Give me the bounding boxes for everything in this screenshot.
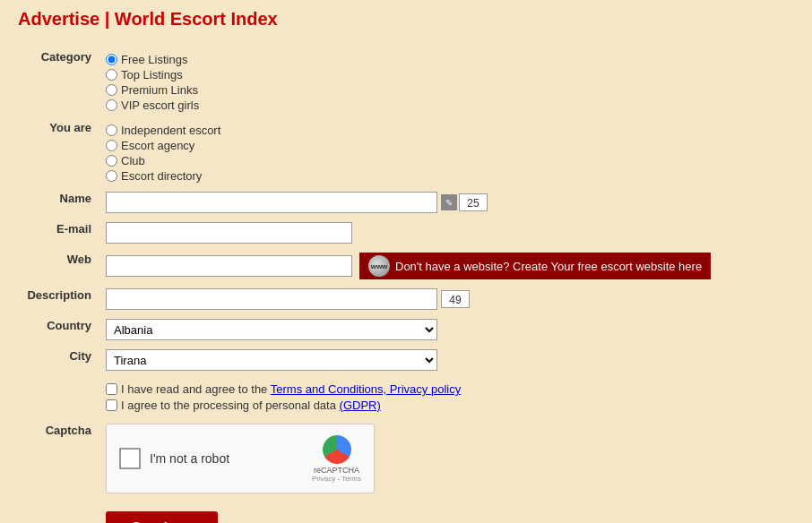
terms-checkbox[interactable]	[106, 383, 117, 395]
country-row: Country Albania Andorra Austria Belgium …	[18, 314, 794, 345]
you-are-independent-label[interactable]: Independent escort	[106, 124, 787, 137]
terms-text: I have read and agree to the	[121, 382, 267, 396]
city-select[interactable]: Tirana Durres Vlore Shkoder Fier Korce	[106, 349, 437, 371]
terms-link-text: Terms and Conditions, Privacy policy	[271, 382, 461, 396]
you-are-agency-label[interactable]: Escort agency	[106, 139, 787, 152]
category-premium-label[interactable]: Premium Links	[106, 83, 787, 97]
page-title: Advertise | World Escort Index	[18, 9, 794, 30]
terms-row: I have read and agree to the Terms and C…	[106, 382, 787, 396]
you-are-label: You are	[18, 116, 99, 187]
no-website-text: Don't have a website? Create Your free e…	[395, 260, 702, 273]
you-are-club-text: Club	[121, 154, 145, 167]
description-label: Description	[18, 284, 99, 314]
captcha-right: reCAPTCHA Privacy - Terms	[312, 435, 361, 483]
web-input[interactable]	[106, 255, 352, 277]
name-row: Name ✎ 25	[18, 187, 794, 218]
captcha-im-not-robot: I'm not a robot	[150, 451, 229, 466]
category-top-label[interactable]: Top Listings	[106, 68, 787, 81]
category-radio-group: Free Listings Top Listings Premium Links…	[106, 50, 787, 112]
city-field: Tirana Durres Vlore Shkoder Fier Korce	[99, 345, 794, 375]
agreements-section: I have read and agree to the Terms and C…	[99, 375, 794, 419]
email-row: E-mail	[18, 218, 794, 248]
name-icon: ✎	[441, 194, 457, 210]
description-input[interactable]	[106, 288, 437, 310]
name-field: ✎ 25	[99, 187, 794, 218]
name-input[interactable]	[106, 192, 437, 213]
category-field: Free Listings Top Listings Premium Links…	[99, 46, 794, 116]
category-free-label[interactable]: Free Listings	[106, 53, 787, 66]
no-website-button[interactable]: www Don't have a website? Create Your fr…	[359, 253, 711, 279]
gdpr-checkbox[interactable]	[106, 399, 117, 411]
category-top-radio[interactable]	[106, 69, 117, 81]
gdpr-label[interactable]: I agree to the processing of personal da…	[121, 399, 381, 412]
category-vip-text: VIP escort girls	[121, 99, 199, 112]
captcha-box: I'm not a robot reCAPTCHA Privacy - Term…	[106, 424, 375, 493]
you-are-field: Independent escort Escort agency Club Es…	[99, 116, 794, 187]
captcha-checkbox[interactable]	[119, 448, 141, 469]
web-label: Web	[18, 248, 99, 284]
you-are-club-radio[interactable]	[106, 155, 117, 167]
page-container: Advertise | World Escort Index Category …	[0, 0, 812, 523]
city-row: City Tirana Durres Vlore Shkoder Fier Ko…	[18, 345, 794, 375]
desc-input-row: 49	[106, 288, 787, 310]
description-count: 49	[441, 290, 470, 308]
name-input-row: ✎ 25	[106, 192, 787, 213]
category-vip-label[interactable]: VIP escort girls	[106, 99, 787, 112]
continue-button[interactable]: Continue	[106, 511, 218, 523]
you-are-agency-radio[interactable]	[106, 140, 117, 151]
category-premium-text: Premium Links	[121, 83, 198, 97]
captcha-row: Captcha I'm not a robot reCAPTCHA Privac…	[18, 419, 794, 498]
name-counter-wrapper: ✎ 25	[441, 193, 488, 211]
category-top-text: Top Listings	[121, 68, 183, 81]
email-field	[99, 218, 794, 248]
email-label: E-mail	[18, 218, 99, 248]
you-are-club-label[interactable]: Club	[106, 154, 787, 167]
continue-field: Continue	[99, 498, 794, 523]
web-row: Web www Don't have a website? Create You…	[18, 248, 794, 284]
you-are-directory-label[interactable]: Escort directory	[106, 169, 787, 183]
name-label: Name	[18, 187, 99, 218]
gdpr-link[interactable]: (GDPR)	[340, 399, 381, 412]
web-input-row: www Don't have a website? Create Your fr…	[106, 253, 787, 279]
www-icon: www	[368, 255, 390, 277]
form-table: Category Free Listings Top Listings Prem…	[18, 46, 794, 523]
agreements-row: I have read and agree to the Terms and C…	[18, 375, 794, 419]
gdpr-row: I agree to the processing of personal da…	[106, 399, 787, 412]
category-row: Category Free Listings Top Listings Prem…	[18, 46, 794, 116]
country-label: Country	[18, 314, 99, 345]
you-are-directory-radio[interactable]	[106, 170, 117, 182]
web-field: www Don't have a website? Create Your fr…	[99, 248, 794, 284]
you-are-agency-text: Escort agency	[121, 139, 194, 152]
captcha-field: I'm not a robot reCAPTCHA Privacy - Term…	[99, 419, 794, 498]
captcha-left: I'm not a robot	[119, 448, 229, 469]
category-premium-radio[interactable]	[106, 84, 117, 96]
description-field: 49	[99, 284, 794, 314]
description-row: Description 49	[18, 284, 794, 314]
country-field: Albania Andorra Austria Belgium Bulgaria…	[99, 314, 794, 345]
email-input[interactable]	[106, 222, 352, 244]
you-are-radio-group: Independent escort Escort agency Club Es…	[106, 121, 787, 183]
recaptcha-text: reCAPTCHA	[314, 466, 359, 475]
terms-link[interactable]: Terms and Conditions, Privacy policy	[271, 382, 461, 396]
captcha-label: Captcha	[18, 419, 99, 498]
category-vip-radio[interactable]	[106, 99, 117, 111]
gdpr-link-text: (GDPR)	[340, 399, 381, 412]
city-label: City	[18, 345, 99, 375]
continue-row: Continue	[18, 498, 794, 523]
category-free-radio[interactable]	[106, 54, 117, 65]
recaptcha-logo-icon	[323, 435, 351, 464]
category-free-text: Free Listings	[121, 53, 187, 66]
you-are-independent-text: Independent escort	[121, 124, 220, 137]
recaptcha-subtext: Privacy - Terms	[312, 475, 361, 483]
country-select[interactable]: Albania Andorra Austria Belgium Bulgaria…	[106, 319, 437, 340]
terms-label[interactable]: I have read and agree to the Terms and C…	[121, 382, 461, 396]
gdpr-text: I agree to the processing of personal da…	[121, 399, 336, 412]
category-label: Category	[18, 46, 99, 116]
you-are-independent-radio[interactable]	[106, 124, 117, 136]
you-are-row: You are Independent escort Escort agency…	[18, 116, 794, 187]
you-are-directory-text: Escort directory	[121, 169, 202, 183]
name-count: 25	[459, 193, 488, 211]
